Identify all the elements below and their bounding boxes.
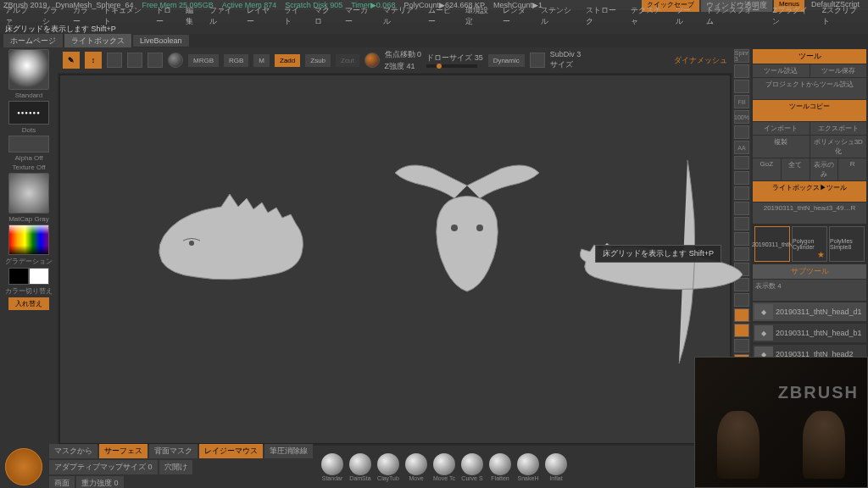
goz-visible-button[interactable]: 表示のみ: [810, 158, 838, 180]
goz-all-button[interactable]: 全て: [782, 158, 810, 180]
surface-button[interactable]: サーフェス: [99, 444, 147, 458]
alpha-selector[interactable]: [8, 136, 49, 152]
menu-Zスクリプト[interactable]: Zスクリプト: [822, 5, 863, 27]
menu-ツール[interactable]: ツール: [676, 5, 698, 27]
right-tool-5[interactable]: [734, 125, 749, 139]
focal-sphere-icon[interactable]: [364, 53, 380, 68]
presenter-1: [717, 411, 760, 479]
tool-save-button[interactable]: ツール保存: [810, 64, 867, 77]
subdiv-label[interactable]: SubDiv 3: [550, 50, 581, 58]
brush-Standar-icon[interactable]: [321, 453, 343, 475]
brush-Move-label: Move: [403, 475, 429, 481]
menu-ステンシル[interactable]: ステンシル: [541, 5, 577, 27]
menu-マクロ[interactable]: マクロ: [314, 5, 337, 27]
move-icon[interactable]: [107, 53, 122, 68]
stroke-dots[interactable]: [8, 101, 49, 125]
current-tool-name[interactable]: 20190311_thtN_head3_49…R: [753, 202, 866, 224]
hole-button[interactable]: 穴開け: [159, 460, 192, 474]
m-button[interactable]: M: [253, 54, 270, 67]
subtool-item-2[interactable]: ◆20190311_thtN_head_b1: [753, 324, 866, 342]
brush-ClayTub-icon[interactable]: [377, 453, 399, 475]
lightbox-tool-button[interactable]: ライトボックス▶ツール: [753, 181, 866, 202]
backmask-button[interactable]: 背面マスク: [149, 444, 198, 458]
menu-レンダー[interactable]: レンダー: [503, 5, 531, 27]
drawsize-slider[interactable]: [426, 64, 477, 68]
brush-Flatten-icon[interactable]: [489, 453, 511, 475]
right-tool-3[interactable]: Fill: [734, 95, 749, 108]
polymesh3d-button[interactable]: ポリメッシュ3D化: [810, 136, 867, 158]
menu-ドロー[interactable]: ドロー: [156, 5, 178, 27]
brush-DamSta-icon[interactable]: [349, 453, 371, 475]
tool-thumb-1[interactable]: 20190311_thtN: [754, 226, 790, 262]
brush-Inflat-icon[interactable]: [545, 453, 567, 475]
brush-Move-icon[interactable]: [405, 453, 427, 475]
goz-r-button[interactable]: R: [838, 158, 866, 180]
tool-thumb-2[interactable]: Polygon Cylinder★: [792, 226, 827, 262]
tool-load-button[interactable]: ツール読込: [753, 64, 810, 77]
brush-Curve S-icon[interactable]: [461, 453, 483, 475]
tab-home[interactable]: ホームページ: [3, 34, 63, 48]
menu-レイヤー[interactable]: レイヤー: [247, 5, 275, 27]
dynamesh-label[interactable]: ダイナメッシュ: [674, 55, 727, 66]
menu-ストローク[interactable]: ストローク: [586, 5, 622, 27]
zsub-button[interactable]: Zsub: [305, 54, 331, 67]
menu-Zプラグイン[interactable]: Zプラグイン: [772, 5, 813, 27]
import-button[interactable]: インポート: [753, 122, 810, 135]
viewport-canvas[interactable]: 床グリッドを表示します Shift+P: [59, 75, 731, 444]
clone-button[interactable]: 複製: [753, 136, 810, 158]
subtool-header[interactable]: サブツール: [753, 264, 866, 279]
menu-ファイル[interactable]: ファイル: [209, 5, 238, 27]
navigation-gizmo[interactable]: [5, 448, 42, 485]
right-tool-4[interactable]: 100%: [734, 110, 749, 124]
menu-マーカー[interactable]: マーカー: [345, 5, 374, 27]
right-tool-2[interactable]: [734, 80, 749, 93]
brush-Move Tc-icon[interactable]: [433, 453, 455, 475]
tab-bar: ホームページ ライトボックス LiveBoolean: [0, 34, 868, 47]
zintensity-label[interactable]: Z強度 41: [385, 61, 422, 72]
menu-編集[interactable]: 編集: [186, 5, 200, 27]
zcut-button[interactable]: Zcut: [336, 54, 359, 67]
screen-button[interactable]: 画面: [49, 476, 75, 489]
color-swatches[interactable]: [8, 268, 49, 285]
export-button[interactable]: エクスポート: [810, 122, 867, 135]
rgb-button[interactable]: RGB: [224, 54, 248, 67]
stroke-label: Dots: [22, 126, 36, 134]
scale-icon[interactable]: [127, 53, 142, 68]
edit-mode-icon[interactable]: ✎: [63, 52, 80, 69]
goz-button[interactable]: GoZ: [753, 158, 781, 180]
menu-ライト[interactable]: ライト: [284, 5, 306, 27]
maskfrom-button[interactable]: マスクから: [49, 444, 97, 458]
rotate-icon[interactable]: [147, 53, 163, 68]
gizmo-icon[interactable]: [168, 53, 183, 68]
gravity-slider[interactable]: 重力強度 0: [76, 476, 124, 489]
menu-トランスフォーム[interactable]: トランスフォーム: [706, 5, 765, 27]
menu-ムービー[interactable]: ムービー: [428, 5, 457, 27]
right-tool-1[interactable]: [734, 64, 749, 78]
lock-icon[interactable]: [530, 53, 545, 68]
material-preview[interactable]: [8, 173, 49, 214]
right-tool-0[interactable]: Spinr 3: [734, 49, 749, 63]
dynamic-button[interactable]: Dynamic: [488, 54, 525, 67]
tab-liveboolean[interactable]: LiveBoolean: [133, 35, 189, 47]
draw-mode-icon[interactable]: ↕: [85, 52, 102, 69]
lazymouse-button[interactable]: レイジーマウス: [199, 444, 263, 458]
model-front-view: [382, 152, 552, 304]
tool-copy-button[interactable]: ツールコピー: [753, 100, 866, 121]
menu-テクスチャ[interactable]: テクスチャ: [631, 5, 667, 27]
adaptive-slider[interactable]: アダプティブマップサイズ 0: [49, 460, 158, 474]
swap-button[interactable]: 入れ替え: [8, 297, 49, 310]
project-load-button[interactable]: プロジェクトからツール読込: [753, 78, 866, 99]
menu-環境設定[interactable]: 環境設定: [465, 5, 494, 27]
tool-panel-header[interactable]: ツール: [753, 49, 866, 64]
drawsize-label[interactable]: ドローサイズ 35: [426, 53, 483, 64]
color-picker[interactable]: [8, 225, 49, 255]
tool-thumb-3[interactable]: PolyMes Simple8: [829, 226, 865, 262]
tab-lightbox[interactable]: ライトボックス: [64, 34, 131, 48]
mrgb-button[interactable]: MRGB: [188, 54, 219, 67]
subtool-item-1[interactable]: ◆20190311_thtN_head_d1: [753, 302, 866, 321]
brush-preview[interactable]: [8, 49, 49, 90]
menu-マテリアル[interactable]: マテリアル: [383, 5, 420, 27]
brushdel-button[interactable]: 筆圧消除線: [264, 444, 313, 458]
brush-SnakeH-icon[interactable]: [517, 453, 539, 475]
zadd-button[interactable]: Zadd: [275, 54, 300, 67]
